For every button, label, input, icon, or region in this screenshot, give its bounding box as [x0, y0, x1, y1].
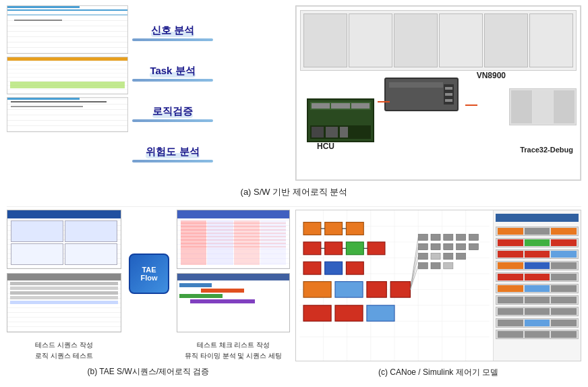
row-4: [10, 296, 118, 299]
svg-line-57: [410, 266, 418, 289]
label-2-underline: [132, 79, 213, 82]
row-5: [10, 301, 118, 304]
svg-rect-46: [469, 243, 478, 249]
sim-cell-27: [551, 320, 577, 326]
simulink-flowchart: [296, 210, 493, 361]
svg-rect-18: [303, 242, 321, 255]
port-1: [445, 87, 452, 90]
checklist-grid: [181, 220, 286, 265]
sim-row-10: [496, 330, 579, 339]
sim-cell-2: [525, 228, 550, 235]
svg-rect-31: [367, 305, 394, 321]
timing-screen: [177, 274, 289, 332]
bottom-labels-row: 테스드 시퀀스 작성 로직 시퀀스 테스트 테스트 체크 리스트 작성 뮤직 타…: [7, 340, 290, 361]
bottom-screenshot-top-left-inner: [7, 210, 121, 268]
svg-line-56: [410, 256, 418, 289]
sim-row-8: [496, 307, 579, 316]
row-2: [10, 287, 118, 290]
svg-rect-43: [431, 243, 440, 249]
bottom-screenshot-bottom-left-inner: [7, 274, 121, 332]
bottom-right: (c) CANoe / Simulink 제어기 모델: [295, 210, 581, 378]
vn8900-top-bar: [389, 82, 443, 88]
sim-cell-12: [551, 262, 577, 269]
sim-row-4: [496, 261, 579, 270]
svg-rect-37: [418, 234, 428, 240]
main-container: 신호 분석 Task 분석 로직검증 위험도 분석: [0, 0, 588, 387]
top-left: 신호 분석 Task 분석 로직검증 위험도 분석: [7, 5, 290, 181]
header-bar: [7, 210, 121, 218]
bottom-right-screen-top-inner: [177, 210, 289, 268]
svg-rect-19: [325, 242, 343, 255]
sim-cell-22: [498, 308, 523, 315]
timing-header: [177, 274, 289, 280]
svg-rect-51: [418, 262, 428, 268]
simulink-diagram: [295, 210, 581, 361]
schematic-col-6: [529, 13, 573, 67]
timing-bar-3: [179, 294, 287, 298]
hw-diagram: HCU VN8900 Trace32-Debug: [296, 6, 581, 180]
check-col-4: [260, 220, 286, 265]
label-mid-spacer: [125, 340, 173, 361]
sim-cell-8: [525, 251, 550, 258]
label-1-underline: [132, 38, 213, 41]
schematic-grid: [301, 11, 576, 70]
hcu-connectors: [310, 102, 371, 110]
sim-row-2: [496, 238, 579, 247]
svg-line-54: [410, 237, 418, 289]
powertrain-grid: [510, 89, 576, 125]
sim-row-7: [496, 295, 579, 305]
timing-content: [177, 282, 289, 332]
check-col-3: [234, 220, 260, 265]
label-3-underline: [132, 119, 213, 122]
label-logic-verify: 로직검증: [152, 105, 193, 117]
svg-rect-26: [335, 282, 363, 297]
sim-cell-20: [525, 297, 550, 303]
tae-flow-center: TAE Flow: [125, 210, 173, 338]
svg-rect-40: [457, 234, 466, 240]
pt-cell-1: [511, 90, 532, 123]
row-3: [10, 291, 118, 295]
content-area-2: [10, 282, 118, 329]
svg-rect-52: [431, 262, 440, 268]
sim-cell-18: [551, 285, 577, 292]
sim-row-5: [496, 272, 579, 282]
sim-cell-5: [525, 239, 550, 246]
label-signal-analysis: 신호 분석: [151, 24, 194, 36]
arrow-2: [465, 105, 477, 106]
grid-item-3: [11, 243, 63, 265]
label-tr: 테스트 체크 리스트 작성: [177, 340, 290, 350]
trace32-label: Trace32-Debug: [520, 146, 573, 154]
sim-cell-4: [498, 239, 523, 246]
sim-cell-1: [498, 228, 523, 235]
hcu-chips: [310, 125, 371, 139]
svg-rect-28: [390, 282, 410, 297]
sim-cell-3: [551, 228, 577, 235]
svg-rect-47: [418, 253, 428, 259]
port-2: [445, 93, 452, 96]
check-col-2: [207, 220, 233, 265]
screenshot-3-inner: [7, 98, 127, 131]
bottom-screenshot-bottom-left: [7, 273, 121, 332]
schematic-area: [300, 10, 577, 71]
sim-cell-30: [551, 331, 577, 338]
sim-cell-6: [551, 239, 577, 246]
chip-1: [312, 127, 324, 138]
svg-rect-50: [457, 253, 466, 259]
pt-cell-2: [533, 90, 554, 123]
tae-flow-text-2: Flow: [140, 274, 157, 282]
vn8900-label: VN8900: [477, 71, 506, 80]
label-tl: 테스드 시퀀스 작성: [7, 340, 121, 350]
chip-3: [340, 127, 348, 138]
simulink-svg: [296, 210, 493, 361]
sim-row-3: [496, 249, 579, 259]
timing-bar-4: [179, 299, 287, 303]
label-3-wrapper: 로직검증: [132, 105, 213, 122]
label-checklist: 테스트 체크 리스트 작성 뮤직 타이밍 분석 및 시퀀스 세팅: [177, 340, 290, 361]
bottom-screenshots-left: [7, 210, 121, 338]
tae-flow-text-1: TAE: [142, 266, 156, 274]
screenshot-3: [7, 97, 128, 132]
simulink-right-panel: [493, 210, 581, 361]
label-bl: 로직 시퀀스 테스트: [7, 351, 121, 361]
schematic-col-3: [394, 13, 438, 67]
top-caption: (a) S/W 기반 제어로직 분석: [7, 186, 581, 198]
